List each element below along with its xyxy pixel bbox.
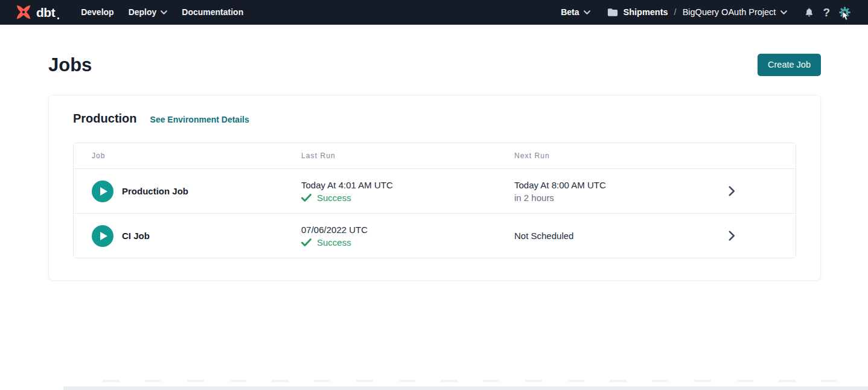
nav-item-deploy[interactable]: Deploy: [129, 7, 168, 17]
dbt-logo-icon: [14, 3, 33, 21]
next-run-time: Not Scheduled: [514, 231, 689, 241]
last-run-time: Today At 4:01 AM UTC: [301, 180, 514, 190]
help-glyph: ?: [823, 7, 830, 18]
help-icon[interactable]: ?: [823, 7, 830, 18]
top-navbar: dbt Develop Deploy Documentation Beta: [0, 0, 868, 25]
table-row-production-job[interactable]: Production Job Today At 4:01 AM UTC Succ…: [74, 168, 796, 213]
nav-item-develop[interactable]: Develop: [81, 7, 113, 17]
environment-card: Production See Environment Details Job L…: [48, 95, 821, 281]
jobs-table: Job Last Run Next Run Production Job Tod…: [73, 142, 796, 258]
next-run-time: Today At 8:00 AM UTC: [514, 180, 689, 190]
run-job-play-icon[interactable]: [92, 181, 113, 202]
status-badge: Success: [301, 237, 514, 248]
run-job-play-icon[interactable]: [92, 225, 113, 247]
status-badge: Success: [301, 193, 514, 203]
brand-name: dbt: [36, 6, 55, 19]
chevron-down-icon: [780, 10, 787, 14]
folder-icon: [607, 8, 618, 17]
chevron-right-icon[interactable]: [729, 231, 735, 241]
bell-icon[interactable]: [804, 7, 814, 18]
nav-item-label: Documentation: [182, 7, 243, 17]
column-header-next-run: Next Run: [514, 152, 689, 160]
chevron-right-icon[interactable]: [729, 186, 735, 196]
column-header-last-run: Last Run: [301, 152, 514, 160]
below-fold-content-hint: [103, 380, 853, 382]
check-icon: [301, 194, 311, 202]
nav-item-label: Develop: [81, 7, 113, 17]
status-label: Success: [317, 193, 351, 203]
chevron-down-icon: [161, 10, 167, 14]
environment-name: Production: [73, 112, 137, 126]
next-run-note: in 2 hours: [514, 193, 689, 203]
job-name: Production Job: [122, 186, 188, 196]
see-environment-details-link[interactable]: See Environment Details: [150, 115, 249, 124]
create-job-button[interactable]: Create Job: [758, 54, 821, 76]
beta-label: Beta: [561, 7, 579, 17]
jobs-table-header: Job Last Run Next Run: [74, 143, 796, 168]
dbt-logo[interactable]: dbt: [14, 3, 59, 21]
account-name: Shipments: [623, 7, 668, 17]
page-header: Jobs Create Job: [0, 25, 868, 76]
page-title: Jobs: [48, 54, 92, 76]
job-name: CI Job: [122, 231, 150, 241]
project-name: BigQuery OAuth Project: [683, 7, 776, 17]
status-label: Success: [317, 237, 351, 248]
column-header-job: Job: [74, 152, 301, 160]
mouse-cursor-pointer: [842, 11, 850, 24]
breadcrumb-separator: /: [674, 7, 677, 17]
project-selector[interactable]: Shipments / BigQuery OAuth Project: [607, 7, 787, 17]
primary-nav: Develop Deploy Documentation: [81, 7, 243, 17]
nav-item-documentation[interactable]: Documentation: [182, 7, 243, 17]
beta-dropdown[interactable]: Beta: [561, 7, 590, 17]
check-icon: [301, 238, 311, 246]
nav-item-label: Deploy: [129, 7, 157, 17]
settings-gear-icon[interactable]: [838, 6, 851, 19]
brand-trademark-dot: [57, 18, 59, 19]
bottom-edge-bar: [63, 386, 868, 390]
table-row-ci-job[interactable]: CI Job 07/06/2022 UTC Success Not Schedu…: [74, 213, 796, 258]
last-run-time: 07/06/2022 UTC: [301, 225, 514, 235]
chevron-down-icon: [584, 10, 590, 14]
